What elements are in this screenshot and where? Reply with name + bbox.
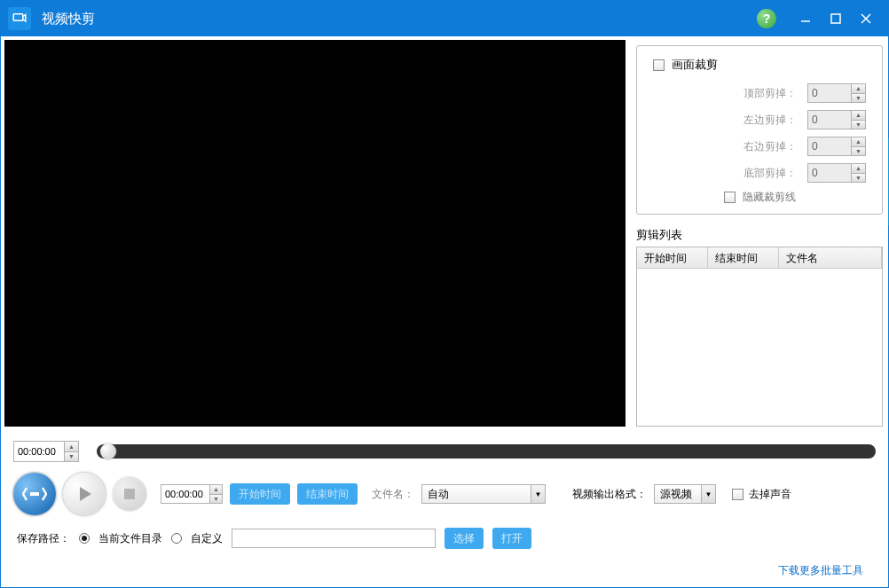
app-icon bbox=[8, 7, 31, 30]
crop-enable-checkbox[interactable] bbox=[653, 59, 665, 71]
crop-bottom-label: 底部剪掉： bbox=[743, 166, 797, 181]
play-button[interactable] bbox=[63, 473, 106, 515]
svg-rect-2 bbox=[831, 14, 840, 23]
save-current-label: 当前文件目录 bbox=[98, 531, 162, 546]
clip-time-spinner[interactable]: ▲▼ bbox=[161, 484, 223, 504]
current-time-input[interactable] bbox=[14, 442, 64, 461]
svg-rect-0 bbox=[13, 14, 23, 21]
help-icon[interactable]: ? bbox=[757, 9, 776, 28]
hide-crop-line-label: 隐藏裁剪线 bbox=[743, 190, 796, 205]
stop-button[interactable] bbox=[113, 477, 146, 511]
down-icon[interactable]: ▼ bbox=[65, 452, 78, 462]
down-icon[interactable]: ▼ bbox=[852, 147, 865, 156]
up-icon[interactable]: ▲ bbox=[210, 485, 222, 495]
filename-combo[interactable]: 自动 ▼ bbox=[421, 484, 546, 504]
col-end-time[interactable]: 结束时间 bbox=[708, 247, 779, 268]
filename-label: 文件名： bbox=[372, 487, 414, 502]
crop-right-input[interactable] bbox=[808, 137, 851, 155]
more-tools-link[interactable]: 下载更多批量工具 bbox=[778, 563, 863, 578]
crop-bottom-spinner[interactable]: ▲▼ bbox=[807, 163, 866, 183]
down-icon[interactable]: ▼ bbox=[852, 121, 865, 129]
mark-range-button[interactable] bbox=[13, 473, 56, 515]
svg-rect-7 bbox=[124, 489, 135, 499]
chevron-down-icon[interactable]: ▼ bbox=[531, 485, 545, 503]
set-start-time-button[interactable]: 开始时间 bbox=[230, 483, 290, 505]
filename-value: 自动 bbox=[422, 487, 531, 502]
table-header: 开始时间 结束时间 文件名 bbox=[637, 247, 882, 269]
save-row: 保存路径： 当前文件目录 自定义 选择 打开 bbox=[1, 515, 888, 549]
select-path-button[interactable]: 选择 bbox=[444, 528, 484, 549]
save-custom-radio[interactable] bbox=[171, 533, 182, 544]
crop-left-input[interactable] bbox=[808, 111, 851, 129]
save-custom-label: 自定义 bbox=[191, 531, 223, 546]
format-label: 视频输出格式： bbox=[572, 487, 647, 502]
save-path-label: 保存路径： bbox=[17, 531, 70, 546]
up-icon[interactable]: ▲ bbox=[852, 84, 865, 94]
crop-left-label: 左边剪掉： bbox=[743, 113, 797, 128]
up-icon[interactable]: ▲ bbox=[852, 111, 865, 121]
save-path-input[interactable] bbox=[232, 529, 436, 548]
crop-top-label: 顶部剪掉： bbox=[743, 86, 797, 101]
clip-time-input[interactable] bbox=[161, 485, 209, 503]
format-value: 源视频 bbox=[655, 487, 701, 502]
crop-left-spinner[interactable]: ▲▼ bbox=[807, 110, 866, 129]
svg-marker-6 bbox=[80, 487, 91, 501]
edit-list-table[interactable]: 开始时间 结束时间 文件名 bbox=[636, 247, 883, 427]
col-filename[interactable]: 文件名 bbox=[779, 247, 882, 268]
down-icon[interactable]: ▼ bbox=[852, 174, 865, 183]
sidebar: 画面裁剪 顶部剪掉： ▲▼ 左边剪掉： ▲▼ 右边剪掉： bbox=[625, 40, 888, 427]
up-icon[interactable]: ▲ bbox=[852, 137, 865, 147]
timebar: ▲▼ bbox=[1, 427, 888, 462]
col-start-time[interactable]: 开始时间 bbox=[637, 247, 708, 268]
down-icon[interactable]: ▼ bbox=[210, 495, 222, 504]
up-icon[interactable]: ▲ bbox=[852, 164, 865, 174]
crop-right-label: 右边剪掉： bbox=[743, 139, 797, 154]
open-path-button[interactable]: 打开 bbox=[492, 528, 531, 549]
minimize-button[interactable] bbox=[791, 1, 821, 36]
current-time-spinner[interactable]: ▲▼ bbox=[13, 441, 79, 462]
video-preview[interactable] bbox=[4, 40, 625, 427]
app-title: 视频快剪 bbox=[42, 11, 757, 27]
titlebar: 视频快剪 ? bbox=[1, 1, 888, 36]
up-icon[interactable]: ▲ bbox=[65, 442, 78, 452]
save-current-radio[interactable] bbox=[79, 533, 90, 544]
crop-right-spinner[interactable]: ▲▼ bbox=[807, 137, 866, 156]
hide-crop-line-checkbox[interactable] bbox=[724, 192, 736, 203]
set-end-time-button[interactable]: 结束时间 bbox=[297, 483, 358, 505]
close-button[interactable] bbox=[851, 1, 881, 36]
content: 画面裁剪 顶部剪掉： ▲▼ 左边剪掉： ▲▼ 右边剪掉： bbox=[1, 36, 888, 587]
crop-bottom-input[interactable] bbox=[808, 164, 851, 182]
down-icon[interactable]: ▼ bbox=[852, 94, 865, 103]
controls-row: ▲▼ 开始时间 结束时间 文件名： 自动 ▼ 视频输出格式： 源视频 ▼ 去掉声… bbox=[1, 462, 888, 515]
crop-top-input[interactable] bbox=[808, 84, 851, 102]
app-window: 视频快剪 ? 画面裁剪 顶部剪掉： ▲▼ bbox=[0, 0, 889, 588]
svg-rect-5 bbox=[30, 492, 39, 496]
edit-list-title: 剪辑列表 bbox=[636, 227, 883, 243]
slider-thumb[interactable] bbox=[100, 443, 116, 459]
upper-panel: 画面裁剪 顶部剪掉： ▲▼ 左边剪掉： ▲▼ 右边剪掉： bbox=[1, 36, 888, 427]
maximize-button[interactable] bbox=[821, 1, 851, 36]
chevron-down-icon[interactable]: ▼ bbox=[701, 485, 715, 503]
mute-label: 去掉声音 bbox=[749, 487, 791, 502]
format-combo[interactable]: 源视频 ▼ bbox=[654, 484, 716, 504]
timeline-slider[interactable] bbox=[97, 444, 876, 459]
crop-top-spinner[interactable]: ▲▼ bbox=[807, 83, 866, 103]
mute-checkbox[interactable] bbox=[732, 489, 743, 500]
lower-panel: ▲▼ ▲▼ 开始时间 bbox=[1, 427, 888, 587]
crop-title-label: 画面裁剪 bbox=[672, 57, 718, 73]
crop-panel: 画面裁剪 顶部剪掉： ▲▼ 左边剪掉： ▲▼ 右边剪掉： bbox=[636, 45, 883, 215]
